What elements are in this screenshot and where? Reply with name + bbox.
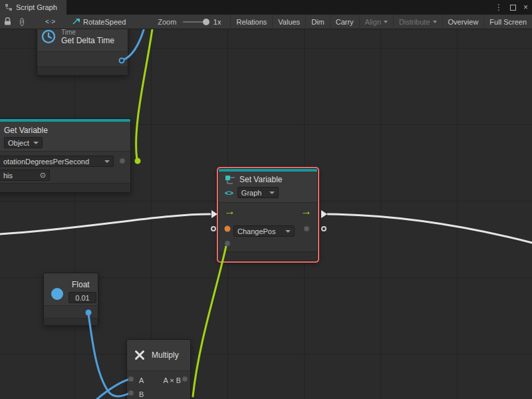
graph-toolbar: i <·> RotateSpeed Zoom 1x Relations Valu…: [0, 15, 532, 29]
dim-button[interactable]: Dim: [305, 15, 330, 29]
node-category: Time: [61, 29, 114, 36]
variable-name-dropdown[interactable]: ChangePos: [233, 225, 295, 237]
node-title: Get Variable: [4, 126, 130, 135]
script-graph-icon: [5, 3, 13, 11]
chevron-down-icon: [433, 21, 437, 23]
chevron-down-icon: [384, 21, 388, 23]
wire-exec-in[interactable]: [0, 214, 210, 234]
scope-value: Object: [8, 139, 29, 147]
node-multiply[interactable]: Multiply A A × B B: [126, 339, 191, 399]
port-float-output[interactable]: [86, 310, 92, 316]
unity-window: Script Graph ⋮ × i <·> RotateSpeed Zoom …: [0, 0, 532, 399]
zoom-value: 1x: [213, 18, 221, 26]
overview-button[interactable]: Overview: [442, 15, 484, 29]
target-object-field[interactable]: his⊙: [0, 170, 50, 181]
target-picker-icon[interactable]: ⊙: [40, 171, 46, 180]
node-float[interactable]: Float 0.01: [43, 273, 98, 326]
chevron-down-icon: [104, 160, 110, 163]
port-ring-right[interactable]: [321, 226, 327, 231]
variable-name-dropdown[interactable]: otationDegreesPerSecond: [0, 156, 114, 167]
node-get-delta-time[interactable]: Time Get Delta Time: [37, 29, 128, 76]
graph-scope-icon: <>: [225, 189, 233, 197]
window-controls: ⋮ ×: [495, 0, 532, 15]
chevron-down-icon: [33, 142, 39, 144]
relations-button[interactable]: Relations: [230, 15, 272, 29]
port-set-variable-value-output[interactable]: [304, 226, 310, 232]
multiply-input-b-label: B: [139, 390, 144, 399]
variable-name: ChangePos: [237, 227, 276, 235]
tab-title: Script Graph: [16, 3, 57, 11]
node-title: Get Delta Time: [61, 36, 114, 45]
port-multiply-output[interactable]: [182, 376, 188, 382]
wire-blue-bottom[interactable]: [97, 379, 130, 399]
multiply-icon: [134, 349, 146, 361]
node-title: Float: [72, 280, 90, 289]
port-multiply-input-a[interactable]: [128, 376, 134, 382]
maximize-icon[interactable]: [510, 5, 516, 11]
exec-arrowhead-left[interactable]: [211, 210, 217, 218]
port-delta-time-output[interactable]: [119, 58, 125, 64]
graph-canvas[interactable]: Time Get Delta Time Get Variable Object …: [0, 29, 532, 399]
node-title: Multiply: [152, 350, 179, 360]
float-icon: [51, 288, 63, 300]
port-set-variable-extra[interactable]: [225, 241, 231, 247]
close-icon[interactable]: ×: [523, 3, 528, 12]
carry-button[interactable]: Carry: [330, 15, 359, 29]
variable-scope-dropdown[interactable]: Graph: [237, 187, 279, 198]
lock-icon[interactable]: [4, 17, 11, 26]
graph-asset-icon: [72, 18, 80, 26]
wire-green-top[interactable]: [136, 29, 154, 160]
float-value-field[interactable]: 0.01: [68, 292, 96, 303]
chevron-down-icon: [285, 230, 291, 233]
code-icon[interactable]: <·>: [45, 18, 55, 25]
target-value: his: [3, 172, 13, 180]
chevron-down-icon: [269, 192, 275, 194]
exec-input-arrow[interactable]: →: [224, 207, 235, 216]
values-button[interactable]: Values: [272, 15, 305, 29]
exec-output-arrow[interactable]: →: [301, 207, 312, 216]
zoom-label: Zoom: [158, 18, 176, 26]
node-title: Set Variable: [239, 175, 282, 184]
wire-green-multiply[interactable]: [193, 246, 226, 396]
variable-name: otationDegreesPerSecond: [3, 158, 89, 166]
exec-arrowhead-right[interactable]: [321, 210, 327, 218]
align-button[interactable]: Align: [359, 15, 393, 29]
port-multiply-input-b[interactable]: [128, 390, 134, 396]
multiply-output-label: A × B: [163, 376, 181, 385]
menu-icon[interactable]: ⋮: [495, 3, 503, 12]
port-get-variable-output[interactable]: [120, 158, 126, 164]
zoom-slider[interactable]: [183, 21, 208, 23]
zoom-slider-handle[interactable]: [203, 19, 209, 25]
wire-blue-float[interactable]: [88, 314, 130, 396]
variable-icon: [225, 175, 235, 184]
variable-scope-dropdown[interactable]: Object: [4, 137, 43, 148]
tab-script-graph[interactable]: Script Graph: [0, 0, 66, 15]
wire-end-green-dot[interactable]: [135, 158, 141, 164]
multiply-input-a-label: A: [139, 376, 144, 385]
graph-name: RotateSpeed: [83, 18, 126, 26]
distribute-button[interactable]: Distribute: [393, 15, 442, 29]
port-ring-left[interactable]: [211, 226, 216, 231]
wire-exec-out[interactable]: [328, 214, 532, 243]
info-icon[interactable]: i: [20, 18, 24, 26]
tab-bar: Script Graph ⋮ ×: [0, 0, 532, 15]
port-set-variable-value-input[interactable]: [225, 226, 231, 232]
node-get-variable[interactable]: Get Variable Object otationDegreesPerSec…: [0, 118, 131, 193]
full-screen-button[interactable]: Full Screen: [483, 15, 532, 29]
node-set-variable[interactable]: Set Variable <> Graph → → ChangePos: [218, 168, 318, 261]
scope-value: Graph: [241, 189, 262, 197]
clock-icon: [41, 29, 57, 45]
